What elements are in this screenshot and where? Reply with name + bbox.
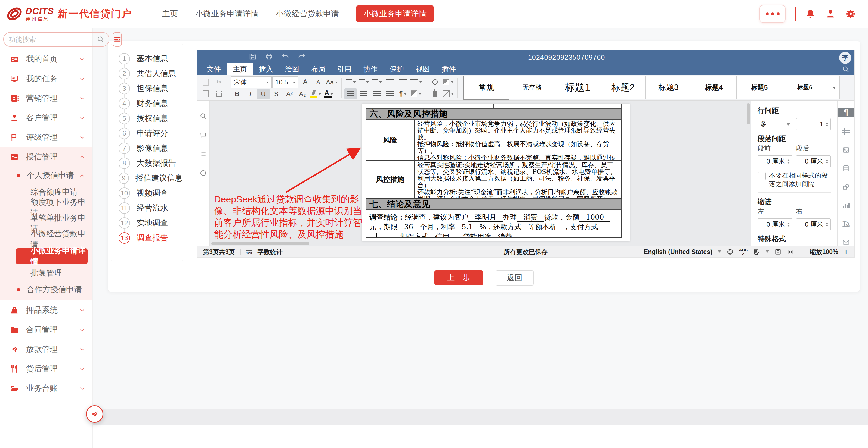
wizard-step-7[interactable]: 7影像信息 bbox=[111, 141, 183, 156]
indent-left-stepper[interactable]: 0 厘米 bbox=[757, 218, 793, 230]
highlight-icon[interactable] bbox=[309, 89, 322, 99]
editor-search-icon[interactable] bbox=[842, 66, 849, 73]
editor-tab-6[interactable]: 协作 bbox=[358, 63, 383, 75]
zoom-out-button[interactable]: − bbox=[800, 247, 804, 256]
multilevel-list-icon[interactable] bbox=[371, 77, 383, 88]
horizontal-scrollbar[interactable] bbox=[211, 242, 309, 245]
line-spacing-multiple-stepper[interactable]: 1 bbox=[796, 118, 831, 130]
sidebar-leaf-item[interactable]: 批复管理 bbox=[0, 265, 92, 281]
user-icon[interactable] bbox=[825, 8, 836, 19]
sidebar-item-active[interactable]: 小微业务申请详情 bbox=[16, 248, 88, 264]
rail-mailmerge-tab[interactable] bbox=[838, 238, 855, 246]
menu-collapse-button[interactable] bbox=[113, 32, 122, 47]
sidebar-item[interactable]: 我的任务 bbox=[0, 69, 92, 89]
rail-page-tab[interactable] bbox=[838, 164, 855, 173]
zoom-in-button[interactable]: + bbox=[843, 247, 848, 256]
style-option-3[interactable]: 标题2 bbox=[600, 76, 646, 99]
sidebar-subitem[interactable]: 个人授信申请 bbox=[0, 167, 92, 184]
shrink-font-icon[interactable]: A bbox=[312, 77, 324, 88]
style-gallery-expand-icon[interactable] bbox=[827, 76, 840, 99]
editor-tab-4[interactable]: 布局 bbox=[305, 63, 331, 75]
function-search[interactable] bbox=[3, 32, 110, 47]
notifications-icon[interactable] bbox=[805, 8, 816, 19]
style-option-1[interactable]: 无空格 bbox=[509, 76, 555, 99]
sidebar-item[interactable]: 我的首页 bbox=[0, 49, 92, 69]
more-options-icon[interactable] bbox=[760, 5, 785, 23]
font-size-select[interactable]: 10.5 bbox=[272, 76, 299, 88]
grow-font-icon[interactable]: A bbox=[299, 77, 311, 88]
outline-icon[interactable] bbox=[200, 150, 207, 158]
nav-tab-0[interactable]: 主页 bbox=[162, 8, 178, 19]
superscript-icon[interactable]: A² bbox=[283, 89, 296, 99]
line-spacing-select[interactable]: 多 bbox=[757, 118, 793, 130]
numbered-list-icon[interactable] bbox=[358, 77, 370, 88]
editor-tab-8[interactable]: 视图 bbox=[410, 63, 436, 75]
wizard-step-6[interactable]: 6申请评分 bbox=[111, 126, 183, 141]
style-option-6[interactable]: 标题5 bbox=[736, 76, 782, 99]
find-icon[interactable] bbox=[200, 112, 207, 119]
settings-icon[interactable] bbox=[845, 8, 856, 19]
document-page[interactable]: 六、风险及风控措施 风险经营风险：小微企业市场竞争力弱，易受行业波动（如政策变化… bbox=[362, 104, 630, 241]
conclusion-block[interactable]: 调查结论：经调查，建议为客户李明月办理消费贷款，金额1000元，期限36个月，利… bbox=[366, 210, 622, 238]
wizard-step-9[interactable]: 9授信建议信息 bbox=[111, 171, 183, 185]
style-option-5[interactable]: 标题4 bbox=[691, 76, 737, 99]
editor-tab-5[interactable]: 引用 bbox=[331, 63, 358, 75]
wizard-step-8[interactable]: 8大数据报告 bbox=[111, 156, 183, 171]
space-after-stepper[interactable]: 0 厘米 bbox=[796, 156, 831, 167]
fit-width-icon[interactable] bbox=[787, 248, 794, 255]
rail-chart-tab[interactable] bbox=[838, 201, 855, 209]
track-changes-icon[interactable] bbox=[753, 248, 760, 255]
font-color-icon[interactable]: A bbox=[322, 89, 335, 99]
sidebar-item[interactable]: 放款管理 bbox=[0, 340, 92, 359]
sidebar-item[interactable]: 客户管理 bbox=[0, 108, 92, 128]
cut-icon[interactable]: ✂ bbox=[213, 77, 225, 88]
sidebar-item[interactable]: 押品系统 bbox=[0, 301, 92, 320]
nav-tab-1[interactable]: 小微业务申请详情 bbox=[195, 8, 258, 19]
sidebar-item[interactable]: 营销管理 bbox=[0, 89, 92, 108]
language-globe-icon[interactable] bbox=[726, 248, 734, 255]
vertical-scrollbar[interactable] bbox=[747, 103, 750, 125]
editor-tab-9[interactable]: 插件 bbox=[436, 63, 462, 75]
fill-color-icon[interactable] bbox=[442, 77, 454, 88]
wizard-step-1[interactable]: 1基本信息 bbox=[111, 51, 183, 66]
editor-tab-0[interactable]: 文件 bbox=[201, 63, 227, 75]
strikethrough-icon[interactable]: S bbox=[270, 89, 283, 99]
shading-icon[interactable] bbox=[410, 88, 422, 99]
sidebar-item[interactable]: 合同管理 bbox=[0, 320, 92, 340]
wizard-step-12[interactable]: 12实地调查 bbox=[111, 215, 183, 230]
wizard-step-11[interactable]: 11经营流水 bbox=[111, 201, 183, 215]
wizard-step-5[interactable]: 5授权信息 bbox=[111, 111, 183, 126]
language-selector[interactable]: English (United States) bbox=[644, 248, 712, 256]
rail-image-tab[interactable] bbox=[838, 146, 855, 154]
rail-shapes-tab[interactable] bbox=[838, 183, 855, 191]
return-button[interactable]: 返回 bbox=[496, 270, 534, 285]
editor-tab-2[interactable]: 插入 bbox=[253, 63, 279, 75]
rail-table-tab[interactable] bbox=[838, 128, 855, 136]
nav-tab-2[interactable]: 小微经营贷款申请 bbox=[276, 8, 339, 19]
wizard-step-2[interactable]: 2共借人信息 bbox=[111, 66, 183, 81]
space-before-stepper[interactable]: 0 厘米 bbox=[757, 156, 793, 167]
previous-step-button[interactable]: 上一步 bbox=[434, 270, 483, 285]
underline-icon[interactable]: U bbox=[257, 89, 270, 99]
editor-tab-1[interactable]: 主页 bbox=[227, 63, 253, 75]
align-right-icon[interactable] bbox=[371, 88, 383, 99]
sidebar-subitem[interactable]: 合作方授信申请 bbox=[0, 281, 92, 298]
eraser-icon[interactable] bbox=[429, 77, 441, 88]
search-input[interactable] bbox=[8, 35, 97, 44]
align-center-icon[interactable] bbox=[358, 88, 370, 99]
copy-icon[interactable] bbox=[200, 77, 212, 88]
paragraph-mark-icon[interactable]: ¶ bbox=[397, 88, 409, 99]
text-frame-icon[interactable] bbox=[442, 88, 455, 99]
editor-tab-7[interactable]: 保护 bbox=[383, 63, 410, 75]
select-icon[interactable] bbox=[213, 88, 225, 99]
style-option-7[interactable]: 标题6 bbox=[782, 76, 828, 99]
change-case-icon[interactable]: Aa bbox=[325, 77, 339, 88]
align-left-icon[interactable] bbox=[344, 88, 357, 99]
no-space-between-checkbox[interactable] bbox=[757, 172, 766, 180]
font-family-select[interactable]: 宋体 bbox=[231, 76, 272, 88]
comments-icon[interactable] bbox=[200, 132, 207, 139]
avatar[interactable]: 李 bbox=[839, 52, 851, 64]
info-icon[interactable] bbox=[200, 170, 207, 177]
wizard-step-3[interactable]: 3担保信息 bbox=[111, 81, 183, 96]
paste-icon[interactable] bbox=[200, 88, 212, 99]
